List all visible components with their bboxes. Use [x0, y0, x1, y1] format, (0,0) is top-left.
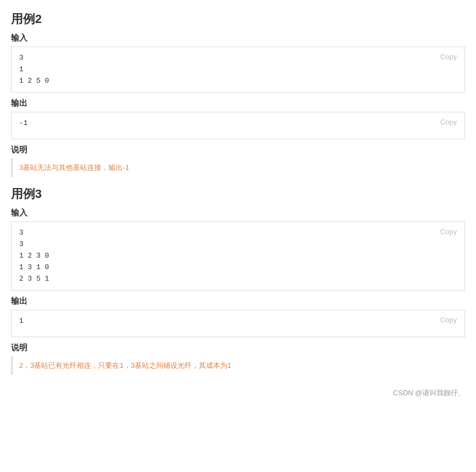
example2-title: 用例2 [11, 11, 465, 27]
example2-explanation-box: 3基站无法与其他基站连接，输出-1 [11, 158, 465, 177]
example3-input-label: 输入 [11, 208, 465, 218]
example3-input-copy-button[interactable]: Copy [438, 226, 459, 237]
footer-text: CSDN @请叫我靓仔、 [11, 384, 465, 398]
example2-section: 用例2 输入 3 1 1 2 5 0 Copy 输出 -1 Copy 说明 3基… [11, 11, 465, 177]
example3-explanation-text: 2，3基站已有光纤相连，只要在1，3基站之间铺设光纤，其成本为1 [19, 361, 231, 369]
example3-input-content: 3 3 1 2 3 0 1 3 1 0 2 3 5 1 [19, 229, 49, 282]
example2-explanation-text: 3基站无法与其他基站连接，输出-1 [19, 163, 129, 172]
example3-section: 用例3 输入 3 3 1 2 3 0 1 3 1 0 2 3 5 1 Copy … [11, 186, 465, 375]
example3-title: 用例3 [11, 186, 465, 202]
example2-output-content: -1 [19, 119, 28, 127]
example2-input-box: 3 1 1 2 5 0 Copy [11, 47, 465, 93]
example3-output-copy-button[interactable]: Copy [438, 315, 459, 325]
example2-output-box: -1 Copy [11, 112, 465, 139]
example3-input-box: 3 3 1 2 3 0 1 3 1 0 2 3 5 1 Copy [11, 221, 465, 291]
example2-explanation-label: 说明 [11, 145, 465, 155]
example2-output-label: 输出 [11, 98, 465, 109]
example3-explanation-label: 说明 [11, 343, 465, 353]
example2-output-copy-button[interactable]: Copy [438, 117, 459, 127]
example3-output-label: 输出 [11, 296, 465, 306]
example3-output-content: 1 [19, 317, 24, 325]
example3-explanation-box: 2，3基站已有光纤相连，只要在1，3基站之间铺设光纤，其成本为1 [11, 356, 465, 375]
example3-output-box: 1 Copy [11, 310, 465, 337]
example2-input-copy-button[interactable]: Copy [438, 52, 459, 62]
example2-input-content: 3 1 1 2 5 0 [19, 54, 49, 85]
example2-input-label: 输入 [11, 33, 465, 43]
